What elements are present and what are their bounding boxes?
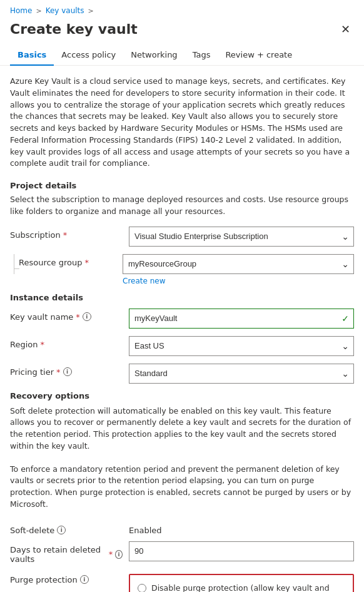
subscription-select-wrapper: Visual Studio Enterprise Subscription — [129, 227, 354, 247]
soft-delete-label: Soft-delete i — [10, 522, 123, 535]
breadcrumb: Home > Key vaults > — [0, 0, 364, 19]
subscription-select[interactable]: Visual Studio Enterprise Subscription — [129, 227, 354, 247]
soft-delete-row: Soft-delete i Enabled — [10, 522, 354, 535]
days-retain-label: Days to retain deleted vaults * i — [10, 541, 123, 564]
key-vault-name-valid-icon: ✓ — [341, 314, 349, 324]
purge-protection-box: Disable purge protection (allow key vaul… — [129, 574, 354, 593]
page-title: Create key vault — [10, 21, 138, 37]
resource-group-label: Resource group * — [19, 254, 131, 267]
recovery-options-title: Recovery options — [10, 391, 354, 401]
tab-bar: Basics Access policy Networking Tags Rev… — [0, 45, 364, 66]
resource-group-select[interactable]: myResourceGroup — [123, 254, 354, 274]
key-vault-name-input[interactable] — [129, 309, 354, 329]
key-vault-name-row: Key vault name * i ✓ — [10, 309, 354, 329]
breadcrumb-sep2: > — [88, 7, 94, 15]
pricing-tier-select-wrapper: Standard — [129, 364, 354, 384]
region-label: Region * — [10, 336, 123, 349]
purge-options-container: Disable purge protection (allow key vaul… — [138, 583, 345, 593]
key-vault-name-label: Key vault name * i — [10, 309, 123, 322]
close-button[interactable]: ✕ — [337, 21, 354, 38]
key-vault-name-info-icon[interactable]: i — [83, 312, 91, 321]
days-retain-input[interactable] — [129, 541, 354, 561]
resource-group-select-wrapper: myResourceGroup — [123, 254, 354, 274]
pricing-tier-select[interactable]: Standard — [129, 364, 354, 384]
tab-review-create[interactable]: Review + create — [218, 45, 300, 66]
tab-tags[interactable]: Tags — [185, 45, 218, 66]
create-new-resource-group[interactable]: Create new — [123, 277, 354, 285]
page-header: Create key vault ✕ — [0, 19, 364, 45]
resource-group-control: myResourceGroup Create new — [123, 254, 354, 285]
project-details-title: Project details — [10, 181, 354, 190]
region-select-wrapper: East US — [129, 336, 354, 356]
pricing-tier-row: Pricing tier * i Standard — [10, 364, 354, 384]
project-details-desc: Select the subscription to manage deploy… — [10, 194, 354, 218]
breadcrumb-sep1: > — [36, 7, 41, 15]
instance-details-section: Instance details Key vault name * i ✓ Re… — [10, 293, 354, 384]
key-vault-name-control: ✓ — [129, 309, 354, 329]
purge-disable-radio[interactable] — [138, 584, 146, 593]
subscription-label: Subscription * — [10, 227, 123, 240]
breadcrumb-keyvaults[interactable]: Key vaults — [46, 6, 84, 15]
days-retain-info-icon[interactable]: i — [115, 550, 123, 559]
subscription-required: * — [63, 230, 68, 240]
pricing-tier-info-icon[interactable]: i — [63, 367, 72, 376]
purge-protection-info-icon[interactable]: i — [80, 575, 89, 584]
region-select[interactable]: East US — [129, 336, 354, 356]
main-content: Azure Key Vault is a cloud service used … — [0, 66, 364, 592]
days-retain-row: Days to retain deleted vaults * i — [10, 541, 354, 564]
intro-description: Azure Key Vault is a cloud service used … — [10, 76, 354, 170]
tab-basics[interactable]: Basics — [10, 45, 54, 66]
breadcrumb-home[interactable]: Home — [10, 6, 32, 15]
recovery-desc1: Soft delete protection will automaticall… — [10, 406, 354, 452]
soft-delete-info-icon[interactable]: i — [57, 526, 66, 534]
purge-protection-outer: Purge protection i Disable purge protect… — [10, 571, 354, 593]
region-control: East US — [129, 336, 354, 356]
subscription-row: Subscription * Visual Studio Enterprise … — [10, 227, 354, 247]
recovery-options-section: Recovery options Soft delete protection … — [10, 391, 354, 593]
instance-details-title: Instance details — [10, 293, 354, 302]
purge-option-disable[interactable]: Disable purge protection (allow key vaul… — [138, 583, 345, 593]
pricing-tier-control: Standard — [129, 364, 354, 384]
tab-access-policy[interactable]: Access policy — [54, 45, 123, 66]
soft-delete-value: Enabled — [129, 522, 162, 535]
purge-protection-label: Purge protection i — [10, 571, 123, 584]
days-retain-control — [129, 541, 354, 561]
pricing-tier-label: Pricing tier * i — [10, 364, 123, 377]
subscription-control: Visual Studio Enterprise Subscription — [129, 227, 354, 247]
recovery-desc2: To enforce a mandatory retention period … — [10, 464, 354, 511]
tab-networking[interactable]: Networking — [123, 45, 185, 66]
region-row: Region * East US — [10, 336, 354, 356]
